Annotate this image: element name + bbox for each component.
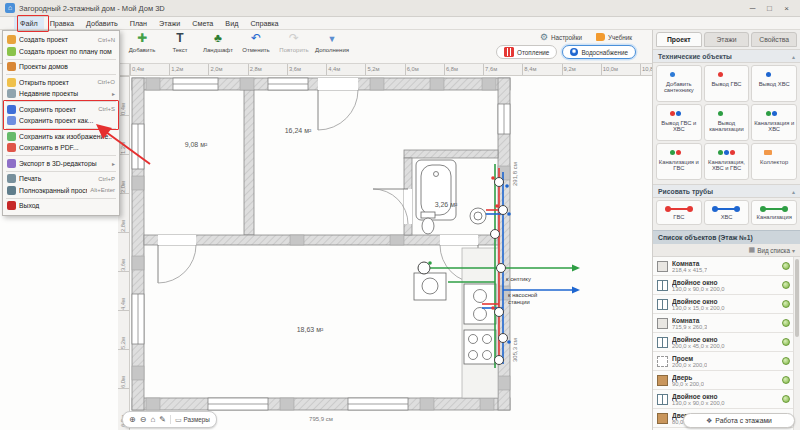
object-row[interactable]: Комната 218,4 x 415,7 xyxy=(653,257,800,276)
menubar-item[interactable]: Файл xyxy=(14,17,44,29)
visibility-dot[interactable] xyxy=(782,395,790,403)
scrollbar-thumb[interactable] xyxy=(795,259,799,337)
visibility-dot[interactable] xyxy=(782,357,790,365)
visibility-dot[interactable] xyxy=(782,300,790,308)
draw-pipe-button[interactable]: Канализация xyxy=(751,200,797,225)
file-menu-item[interactable] xyxy=(6,155,116,156)
tech-object-button[interactable]: Вывод ХВС xyxy=(751,65,797,102)
maximize-button[interactable]: □ xyxy=(761,1,778,16)
file-menu-item[interactable] xyxy=(6,101,116,102)
visibility-dot[interactable] xyxy=(782,262,790,270)
mode-toggle-button[interactable]: Водоснабжение xyxy=(562,45,636,59)
menu-item-icon xyxy=(7,89,16,98)
file-menu-item[interactable] xyxy=(6,128,116,129)
object-row[interactable]: Двойное окно 130,0 x 90,0 x 200,0 xyxy=(653,276,800,295)
toolbar-button-icon xyxy=(289,31,299,46)
file-menu-item[interactable]: Недавние проекты ▸ xyxy=(3,88,119,100)
toolbar-small-button[interactable]: Учебник xyxy=(592,31,636,43)
menubar-item[interactable]: План xyxy=(124,17,153,29)
tech-object-button[interactable]: Вывод канализации xyxy=(704,104,750,141)
toolbar-button[interactable]: Добавить xyxy=(124,31,160,62)
tech-object-button[interactable]: Вывод ГВС и ХВС xyxy=(656,104,702,141)
tech-object-button[interactable]: Коллектор xyxy=(751,143,797,180)
chevron-down-icon: ▾ xyxy=(792,247,795,254)
tech-object-button[interactable]: Вывод ГВС xyxy=(704,65,750,102)
visibility-dot[interactable] xyxy=(782,281,790,289)
menubar-item[interactable]: Правка xyxy=(44,17,80,29)
menubar-item[interactable]: Добавить xyxy=(80,17,124,29)
edit-button[interactable]: ✎ xyxy=(159,413,166,426)
panel-tab[interactable]: Свойства xyxy=(751,32,797,47)
zoom-in-button[interactable]: ⊕ xyxy=(129,413,136,426)
draw-pipe-button[interactable]: ХВС xyxy=(704,200,750,225)
file-menu-item[interactable] xyxy=(6,74,116,75)
file-menu-item[interactable]: Проекты домов xyxy=(3,61,119,73)
tech-objects-header[interactable]: Технические объекты ▴ xyxy=(653,49,800,63)
file-menu-item[interactable]: Сохранить проект как... xyxy=(3,115,119,127)
visibility-dot[interactable] xyxy=(782,319,790,327)
visibility-dot[interactable] xyxy=(782,338,790,346)
file-menu-item[interactable] xyxy=(6,198,116,199)
tech-object-label: Канализация и ХВС xyxy=(752,120,796,133)
file-menu-item[interactable]: Открыть проект Ctrl+O xyxy=(3,77,119,89)
minimize-button[interactable]: ─ xyxy=(744,1,761,16)
toolbar-button[interactable]: Текст xyxy=(162,31,198,62)
tech-object-button[interactable]: Канализация, ХВС и ГВС xyxy=(704,143,750,180)
object-row[interactable]: Двойное окно 200,0 x 45,0 x 200,0 xyxy=(653,333,800,352)
file-menu-item[interactable]: Сохранить проект Ctrl+S xyxy=(3,104,119,116)
floor-plan[interactable] xyxy=(130,76,652,430)
close-button[interactable]: × xyxy=(778,1,795,16)
visibility-dot[interactable] xyxy=(782,376,790,384)
scrollbar[interactable] xyxy=(793,257,800,430)
file-menu-item[interactable]: Экспорт в 3D-редакторы ▸ xyxy=(3,158,119,170)
floors-button[interactable]: ❖ Работа с этажами xyxy=(683,413,795,428)
mode-label: Водоснабжение xyxy=(581,49,628,56)
menu-item-icon xyxy=(7,105,16,114)
menubar-item[interactable]: Вид xyxy=(219,17,244,29)
menubar-item[interactable]: Этажи xyxy=(153,17,186,29)
dimensions-toggle[interactable]: ▭ Размеры xyxy=(175,416,210,424)
panel-tab[interactable]: Этажи xyxy=(704,32,750,47)
object-row[interactable]: Проем 200,0 x 200,0 xyxy=(653,352,800,371)
tech-object-button[interactable]: Канализация и ХВС xyxy=(751,104,797,141)
toolbar-small-icon xyxy=(596,33,605,42)
file-menu-item[interactable]: Полноэкранный просмотр Alt+Enter xyxy=(3,185,119,197)
menu-item-shortcut: Ctrl+N xyxy=(98,37,115,43)
object-row[interactable]: Двойное окно 130,0 x 90,0 x 200,0 xyxy=(653,390,800,409)
mode-toggle-button[interactable]: Отопление xyxy=(496,45,557,59)
pipe-connector-icon xyxy=(766,106,783,120)
file-menu-item[interactable]: Создать проект по плану помещения... xyxy=(3,46,119,58)
home-view-button[interactable]: ⌂ xyxy=(150,413,155,426)
list-view-selector[interactable]: ▦ Вид списка ▾ xyxy=(653,244,800,257)
tech-object-label: Канализация, ХВС и ГВС xyxy=(705,159,749,172)
object-text: Комната 715,9 x 260,3 xyxy=(672,317,707,330)
toolbar-small-button[interactable]: Настройки xyxy=(536,31,586,43)
file-menu-item[interactable]: Создать проект Ctrl+N xyxy=(3,34,119,46)
toolbar-button[interactable]: Отменить xyxy=(238,31,274,62)
pipe-arrows xyxy=(572,265,580,294)
tech-object-button[interactable]: Добавить сантехнику xyxy=(656,65,702,102)
tech-object-button[interactable]: Канализация и ГВС xyxy=(656,143,702,180)
file-menu-item[interactable]: Сохранить как изображение... xyxy=(3,131,119,143)
menubar-item[interactable]: Справка xyxy=(244,17,284,29)
ruler-label: 3,6м xyxy=(287,64,324,75)
toolbar-button-icon xyxy=(137,31,147,46)
panel-tab[interactable]: Проект xyxy=(656,32,702,47)
toolbar-button[interactable]: Повторить xyxy=(276,31,312,62)
draw-pipe-button[interactable]: ГВС xyxy=(656,200,702,225)
toolbar-button[interactable]: Дополнения xyxy=(314,31,350,62)
object-row[interactable]: Дверь 90,0 x 200,0 xyxy=(653,371,800,390)
toolbar-button[interactable]: Ландшафт xyxy=(200,31,236,62)
file-menu-item[interactable]: Выход xyxy=(3,200,119,212)
app-icon: ⌂ xyxy=(5,3,15,13)
file-menu-item[interactable] xyxy=(6,59,116,60)
menubar-item[interactable]: Смета xyxy=(186,17,219,29)
object-row[interactable]: Двойное окно 130,0 x 15,0 x 200,0 xyxy=(653,295,800,314)
object-row[interactable]: Комната 715,9 x 260,3 xyxy=(653,314,800,333)
file-menu-item[interactable] xyxy=(6,171,116,172)
file-menu-item[interactable]: Печать Ctrl+P xyxy=(3,173,119,185)
zoom-out-button[interactable]: ⊖ xyxy=(140,413,147,426)
room-area-label: 18,63 м² xyxy=(270,326,350,333)
file-menu-item[interactable]: Сохранить в PDF... xyxy=(3,142,119,154)
draw-pipes-header[interactable]: Рисовать трубы ▴ xyxy=(653,184,800,198)
